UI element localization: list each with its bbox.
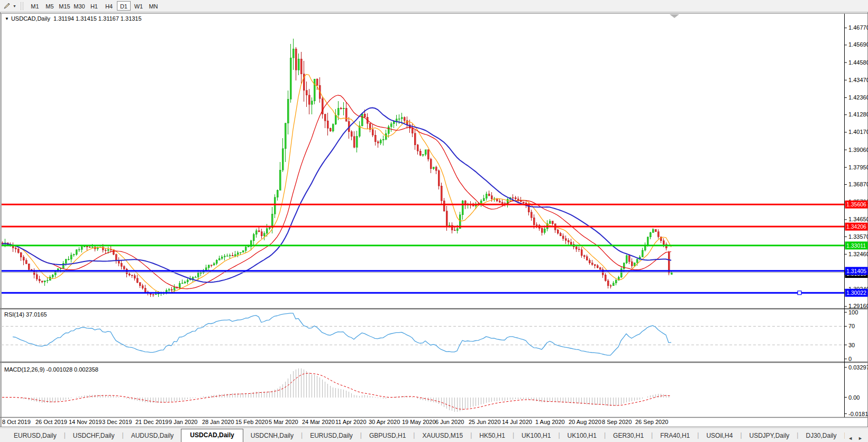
chart-tab-uk100-h1[interactable]: UK100,H1 <box>560 430 604 442</box>
chart-tab-usdcad-daily[interactable]: USDCAD,Daily <box>181 429 243 442</box>
chart-tab-xauusd-m15[interactable]: XAUUSD,M15 <box>415 430 470 442</box>
axis-price-label-1.34206: 1.34206 <box>845 223 868 231</box>
chart-tab-hk50-h1[interactable]: HK50,H1 <box>472 430 513 442</box>
tab-scroll-right-icon[interactable]: ► <box>858 436 863 441</box>
date-axis-label: 15 Feb 2020 <box>235 419 268 425</box>
chart-tab-fra40-h1[interactable]: FRA40,H1 <box>653 430 697 442</box>
date-axis-label: 1 Aug 2020 <box>535 419 565 425</box>
price-tick-label: 1.46770 <box>848 24 868 31</box>
line-drag-handle[interactable] <box>798 291 801 295</box>
date-axis-label: 14 Nov 2019 <box>69 419 102 425</box>
tab-scroll-left-icon[interactable]: ◄ <box>848 436 853 441</box>
axis-price-label-1.33011: 1.33011 <box>845 241 868 249</box>
macd-tick-label: 0.032972 <box>848 364 868 371</box>
timeframe-button-m1[interactable]: M1 <box>28 1 42 11</box>
chart-tab-uk100-h1[interactable]: UK100,H1 <box>514 430 558 442</box>
date-axis-label: 28 Jan 2020 <box>202 419 234 425</box>
timeframe-button-mn[interactable]: MN <box>147 1 160 11</box>
timeframe-button-m30[interactable]: M30 <box>72 1 86 11</box>
price-tick-label: 1.45690 <box>848 41 868 48</box>
date-axis-label: 9 Jan 2020 <box>169 419 197 425</box>
rsi-tick-label: 100 <box>848 309 858 315</box>
chevron-down-icon[interactable]: ▼ <box>12 4 19 8</box>
date-axis-label: 25 Jun 2020 <box>469 419 501 425</box>
macd-tick-label: 0.00 <box>848 394 860 401</box>
chart-title-symbol: USDCAD,Daily <box>11 15 50 22</box>
svg-text:1.34206: 1.34206 <box>846 223 866 230</box>
date-axis-label: 5 Mar 2020 <box>269 419 298 425</box>
svg-text:1.33011: 1.33011 <box>846 242 866 249</box>
chart-window[interactable]: ▼USDCAD,Daily 1.31194 1.31415 1.31167 1.… <box>0 12 868 428</box>
chart-title-ohlc: 1.31194 1.31415 1.31167 1.31315 <box>53 15 142 22</box>
rsi-tick-label: 30 <box>848 342 855 348</box>
chart-tab-usoil-h4[interactable]: USOil,H4 <box>699 430 740 442</box>
price-tick-label: 1.42360 <box>848 94 868 101</box>
timeframe-button-h4[interactable]: H4 <box>102 1 116 11</box>
timeframe-toolbar: ▼ M1M5M15M30H1H4D1W1MN <box>0 0 868 12</box>
collapse-triangle-icon[interactable]: ▼ <box>5 16 9 21</box>
rsi-tick-label: 0 <box>848 356 852 362</box>
price-tick-label: 1.37950 <box>848 164 868 170</box>
date-axis-label: 20 Aug 2020 <box>569 419 601 425</box>
chart-tab-usdchf-daily[interactable]: USDCHF,Daily <box>66 430 122 442</box>
date-axis-label: 19 May 2020 <box>402 419 436 425</box>
price-tick-label: 1.33570 <box>848 233 868 240</box>
price-tick-label: 1.39060 <box>848 147 868 153</box>
axis-price-label-1.31405: 1.31405 <box>845 267 868 275</box>
chart-tab-usdcnh-daily[interactable]: USDCNH,Daily <box>243 430 301 442</box>
date-axis-label: 26 Sep 2020 <box>635 419 668 425</box>
chart-title: ▼USDCAD,Daily 1.31194 1.31415 1.31167 1.… <box>5 15 142 22</box>
price-tick-label: 1.44580 <box>848 59 868 66</box>
price-tick-label: 1.43470 <box>848 77 868 83</box>
toolbar-grip[interactable] <box>21 2 23 10</box>
pencil-icon[interactable] <box>2 1 12 11</box>
price-tick-label: 1.32460 <box>848 251 868 257</box>
rsi-indicator-label: RSI(14) 37.0165 <box>4 311 47 318</box>
price-tick-label: 1.40170 <box>848 129 868 135</box>
axis-price-label-1.30022: 1.30022 <box>845 289 868 297</box>
macd-indicator-label: MACD(12,26,9) -0.001028 0.002358 <box>4 366 98 373</box>
chart-tab-usdjpy-daily[interactable]: USDJPY,Daily <box>742 430 797 442</box>
date-axis-label: 8 Oct 2019 <box>2 419 31 425</box>
date-axis-label: 11 Apr 2020 <box>335 419 367 425</box>
date-axis-label: 21 Dec 2019 <box>135 419 168 425</box>
chart-tab-dj30-daily[interactable]: DJ30,Daily <box>798 430 844 442</box>
date-axis-label: 3 Dec 2019 <box>102 419 132 425</box>
timeframe-button-m5[interactable]: M5 <box>43 1 57 11</box>
price-tick-label: 1.29160 <box>848 303 868 309</box>
rsi-tick-label: 70 <box>848 323 855 329</box>
date-axis-label: 6 Jun 2020 <box>435 419 464 425</box>
date-axis-label: 26 Oct 2019 <box>35 419 67 425</box>
chart-canvas[interactable]: 1.467701.456901.445801.434701.423601.412… <box>0 12 868 428</box>
axis-price-label-1.35606: 1.35606 <box>845 201 868 209</box>
date-axis-label: 24 Mar 2020 <box>302 419 335 425</box>
chart-tab-eurusd-daily[interactable]: EURUSD,Daily <box>6 430 64 442</box>
chart-tab-audusd-daily[interactable]: AUDUSD,Daily <box>124 430 181 442</box>
price-tick-label: 1.36870 <box>848 181 868 187</box>
svg-text:1.30022: 1.30022 <box>846 290 866 296</box>
timeframe-button-m15[interactable]: M15 <box>58 1 71 11</box>
price-tick-label: 1.34650 <box>848 216 868 222</box>
timeframe-button-w1[interactable]: W1 <box>132 1 145 11</box>
timeframe-button-h1[interactable]: H1 <box>87 1 101 11</box>
svg-text:1.31405: 1.31405 <box>846 268 866 274</box>
macd-tick-label: -0.018154 <box>848 411 868 417</box>
svg-text:1.35606: 1.35606 <box>846 201 866 208</box>
chart-tab-ger30-h1[interactable]: GER30,H1 <box>606 430 651 442</box>
chart-tab-gbpusd-h1[interactable]: GBPUSD,H1 <box>362 430 413 442</box>
price-tick-label: 1.41280 <box>848 111 868 118</box>
date-axis-label: 14 Jul 2020 <box>502 419 532 425</box>
timeframe-button-d1[interactable]: D1 <box>117 1 131 11</box>
date-axis-label: 8 Sep 2020 <box>602 419 632 425</box>
chart-tab-eurusd-daily[interactable]: EURUSD,Daily <box>303 430 360 442</box>
chart-tab-bar: EURUSD,Daily|USDCHF,Daily|AUDUSD,DailyUS… <box>0 428 868 442</box>
date-axis-label: 30 Apr 2020 <box>369 419 400 425</box>
